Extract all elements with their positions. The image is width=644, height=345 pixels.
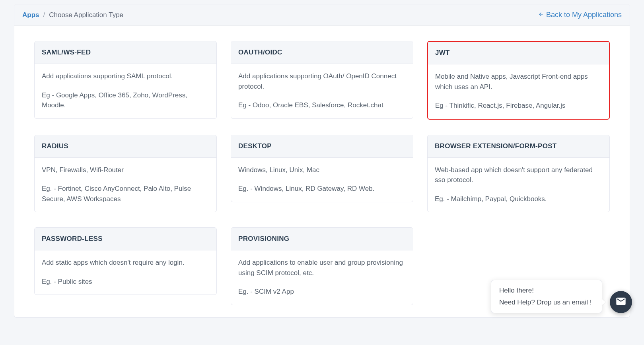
card-header: BROWSER EXTENSION/FORM-POST (428, 135, 609, 158)
card-jwt[interactable]: JWT Mobile and Native apps, Javascript F… (427, 41, 610, 120)
card-title: JWT (435, 49, 602, 57)
card-examples: Eg. - Fortinet, Cisco AnyConnect, Palo A… (42, 184, 209, 204)
breadcrumb: Apps / Choose Application Type (22, 11, 123, 19)
back-link-label: Back to My Applications (546, 11, 622, 19)
card-title: BROWSER EXTENSION/FORM-POST (435, 142, 602, 150)
card-title: PROVISIONING (238, 235, 406, 243)
card-header: RADIUS (35, 135, 216, 158)
card-examples: Eg. - Public sites (42, 277, 209, 287)
card-description: Add static apps which doesn't require an… (42, 258, 209, 268)
card-title: PASSWORD-LESS (42, 235, 209, 243)
main-container: Apps / Choose Application Type Back to M… (14, 4, 630, 318)
card-title: RADIUS (42, 142, 209, 150)
chat-help-bubble[interactable]: Hello there! Need Help? Drop us an email… (491, 280, 602, 313)
app-type-grid: SAML/WS-FED Add applications supporting … (34, 41, 610, 305)
card-examples: Eg - Google Apps, Office 365, Zoho, Word… (42, 90, 209, 110)
card-title: DESKTOP (238, 142, 406, 150)
card-header: PASSWORD-LESS (35, 228, 216, 250)
content-area: SAML/WS-FED Add applications supporting … (14, 26, 630, 317)
breadcrumb-current: Choose Application Type (49, 11, 123, 19)
card-body: VPN, Firewalls, Wifi-Router Eg. - Fortin… (35, 158, 216, 212)
card-header: JWT (428, 42, 609, 64)
mail-icon (615, 296, 626, 308)
card-body: Web-based app which doesn't support any … (428, 158, 609, 212)
arrow-left-icon (538, 12, 544, 19)
card-body: Add applications supporting OAuth/ OpenI… (231, 64, 413, 118)
chat-greeting: Hello there! (499, 287, 594, 295)
card-description: Mobile and Native apps, Javascript Front… (435, 72, 602, 92)
card-body: Add applications supporting SAML protoco… (35, 64, 216, 118)
card-header: DESKTOP (231, 135, 413, 158)
card-examples: Eg. - Mailchimp, Paypal, Quickbooks. (435, 194, 602, 204)
card-body: Mobile and Native apps, Javascript Front… (428, 64, 609, 119)
card-radius[interactable]: RADIUS VPN, Firewalls, Wifi-Router Eg. -… (34, 135, 217, 213)
card-examples: Eg. - SCIM v2 App (238, 287, 406, 297)
card-description: Windows, Linux, Unix, Mac (238, 165, 406, 175)
card-description: VPN, Firewalls, Wifi-Router (42, 165, 209, 175)
card-provisioning[interactable]: PROVISIONING Add applications to enable … (231, 227, 413, 305)
card-body: Add static apps which doesn't require an… (35, 250, 216, 295)
card-passwordless[interactable]: PASSWORD-LESS Add static apps which does… (34, 227, 217, 295)
card-header: PROVISIONING (231, 228, 413, 250)
chat-fab-button[interactable] (610, 291, 632, 313)
card-title: SAML/WS-FED (42, 48, 209, 56)
card-title: OAUTH/OIDC (238, 48, 406, 56)
card-examples: Eg. - Windows, Linux, RD Gateway, RD Web… (238, 184, 406, 194)
card-examples: Eg - Thinkific, React.js, Firebase, Angu… (435, 101, 602, 111)
card-description: Add applications supporting OAuth/ OpenI… (238, 71, 406, 91)
card-header: SAML/WS-FED (35, 41, 216, 64)
card-desktop[interactable]: DESKTOP Windows, Linux, Unix, Mac Eg. - … (231, 135, 413, 202)
card-examples: Eg - Odoo, Oracle EBS, Salesforce, Rocke… (238, 100, 406, 110)
card-saml-wsfed[interactable]: SAML/WS-FED Add applications supporting … (34, 41, 217, 119)
card-header: OAUTH/OIDC (231, 41, 413, 64)
card-browser-extension[interactable]: BROWSER EXTENSION/FORM-POST Web-based ap… (427, 135, 610, 213)
breadcrumb-bar: Apps / Choose Application Type Back to M… (14, 4, 630, 26)
card-oauth-oidc[interactable]: OAUTH/OIDC Add applications supporting O… (231, 41, 413, 119)
card-body: Windows, Linux, Unix, Mac Eg. - Windows,… (231, 158, 413, 202)
breadcrumb-separator: / (43, 11, 45, 19)
card-description: Web-based app which doesn't support any … (435, 165, 602, 185)
card-description: Add applications to enable user and grou… (238, 258, 406, 278)
chat-help-text: Need Help? Drop us an email ! (499, 298, 594, 306)
back-to-applications-link[interactable]: Back to My Applications (538, 11, 622, 19)
breadcrumb-root-link[interactable]: Apps (22, 11, 39, 19)
card-body: Add applications to enable user and grou… (231, 250, 413, 305)
card-description: Add applications supporting SAML protoco… (42, 71, 209, 81)
